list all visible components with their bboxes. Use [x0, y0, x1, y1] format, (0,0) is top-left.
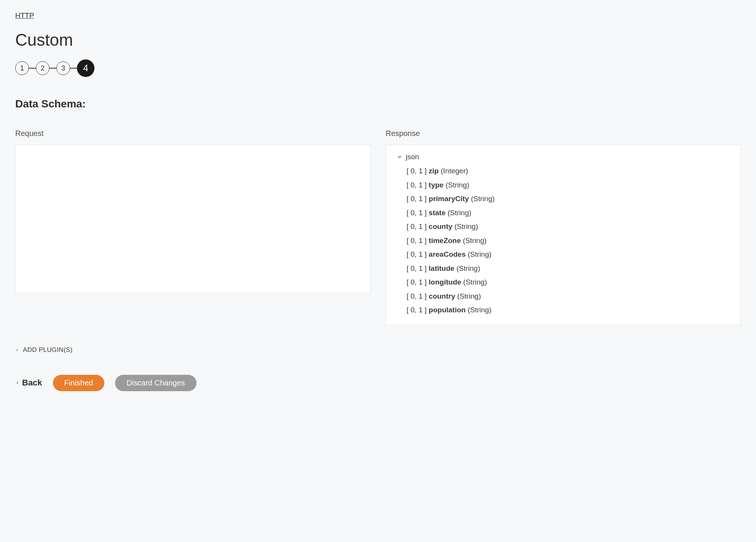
field-cardinality: [ 0, 1 ]	[407, 292, 429, 300]
tree-item[interactable]: [ 0, 1 ] primaryCity (String)	[407, 192, 730, 206]
field-cardinality: [ 0, 1 ]	[407, 222, 429, 230]
field-cardinality: [ 0, 1 ]	[407, 181, 429, 189]
field-type: (String)	[444, 181, 470, 189]
step-4[interactable]: 4	[77, 59, 94, 77]
chevron-left-icon	[15, 379, 20, 387]
field-cardinality: [ 0, 1 ]	[407, 306, 429, 314]
tree-item[interactable]: [ 0, 1 ] county (String)	[407, 220, 730, 234]
tree-item[interactable]: [ 0, 1 ] latitude (String)	[407, 262, 730, 276]
back-button-label: Back	[22, 378, 42, 388]
field-type: (String)	[461, 278, 487, 286]
field-type: (String)	[455, 292, 481, 300]
field-type: (String)	[446, 209, 472, 217]
step-connector	[29, 68, 36, 69]
field-type: (Integer)	[439, 167, 468, 175]
tree-item[interactable]: [ 0, 1 ] type (String)	[407, 178, 730, 192]
field-name: type	[429, 181, 444, 189]
field-name: longitude	[429, 278, 461, 286]
field-name: county	[429, 222, 452, 230]
finished-button[interactable]: Finished	[53, 375, 105, 391]
field-type: (String)	[452, 222, 478, 230]
tree-item[interactable]: [ 0, 1 ] population (String)	[407, 303, 730, 317]
response-panel[interactable]: json [ 0, 1 ] zip (Integer)[ 0, 1 ] type…	[386, 145, 741, 325]
section-title: Data Schema:	[15, 98, 741, 110]
step-2[interactable]: 2	[36, 61, 50, 75]
field-name: population	[429, 306, 466, 314]
field-cardinality: [ 0, 1 ]	[407, 195, 429, 203]
tree-item[interactable]: [ 0, 1 ] timeZone (String)	[407, 234, 730, 248]
tree-root-label: json	[406, 153, 419, 161]
request-column: Request	[15, 129, 371, 325]
footer-buttons: Back Finished Discard Changes	[15, 375, 741, 391]
chevron-right-icon	[15, 347, 19, 353]
tree-item[interactable]: [ 0, 1 ] zip (Integer)	[407, 164, 730, 178]
request-panel[interactable]	[15, 145, 371, 293]
page-title: Custom	[15, 30, 741, 50]
step-1[interactable]: 1	[15, 61, 29, 75]
tree-item[interactable]: [ 0, 1 ] country (String)	[407, 289, 730, 304]
breadcrumb-http[interactable]: HTTP	[15, 11, 34, 19]
tree-root-json[interactable]: json	[397, 153, 730, 161]
field-type: (String)	[469, 195, 495, 203]
back-button[interactable]: Back	[15, 378, 42, 388]
add-plugins-toggle[interactable]: ADD PLUGIN(S)	[15, 346, 741, 354]
field-name: state	[429, 209, 446, 217]
field-type: (String)	[466, 306, 492, 314]
tree-item[interactable]: [ 0, 1 ] areaCodes (String)	[407, 248, 730, 262]
field-cardinality: [ 0, 1 ]	[407, 167, 429, 175]
field-type: (String)	[466, 250, 492, 258]
chevron-down-icon	[397, 154, 402, 160]
response-label: Response	[386, 129, 741, 138]
field-cardinality: [ 0, 1 ]	[407, 278, 429, 286]
field-cardinality: [ 0, 1 ]	[407, 237, 429, 245]
response-column: Response json [ 0, 1 ] zip (Integer)[ 0,…	[386, 129, 741, 325]
step-connector	[70, 68, 77, 69]
field-name: zip	[429, 167, 439, 175]
field-name: timeZone	[429, 237, 461, 245]
stepper: 1234	[15, 59, 741, 77]
tree-item[interactable]: [ 0, 1 ] longitude (String)	[407, 275, 730, 289]
field-cardinality: [ 0, 1 ]	[407, 250, 429, 258]
schema-columns: Request Response json [ 0, 1 ] zip (Inte…	[15, 129, 741, 325]
field-type: (String)	[454, 264, 480, 272]
discard-button[interactable]: Discard Changes	[115, 375, 196, 391]
field-cardinality: [ 0, 1 ]	[407, 209, 429, 217]
field-type: (String)	[461, 237, 487, 245]
request-label: Request	[15, 129, 371, 138]
field-name: primaryCity	[429, 195, 469, 203]
step-3[interactable]: 3	[56, 61, 70, 75]
field-name: latitude	[429, 264, 455, 272]
field-cardinality: [ 0, 1 ]	[407, 264, 429, 272]
field-name: country	[429, 292, 456, 300]
add-plugins-label: ADD PLUGIN(S)	[23, 346, 72, 354]
tree-children: [ 0, 1 ] zip (Integer)[ 0, 1 ] type (Str…	[407, 164, 730, 317]
step-connector	[50, 68, 56, 69]
tree-item[interactable]: [ 0, 1 ] state (String)	[407, 206, 730, 220]
field-name: areaCodes	[429, 250, 466, 258]
